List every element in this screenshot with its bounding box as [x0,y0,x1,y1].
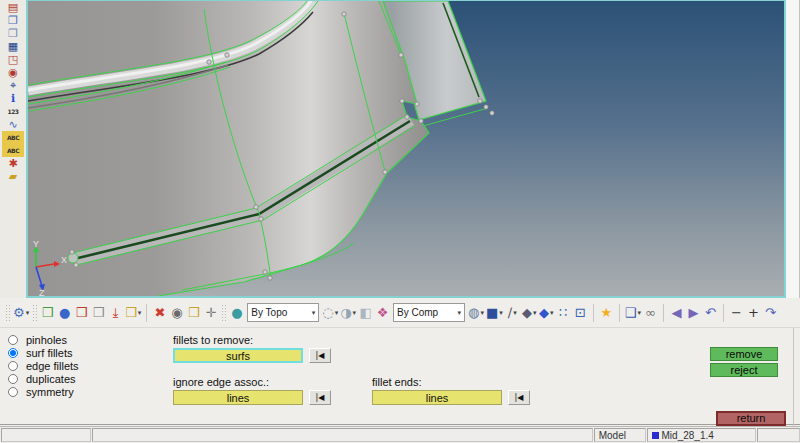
info-icon[interactable]: ℹ [2,92,24,105]
radio-pinholes[interactable] [8,335,18,345]
fit-view-icon-button[interactable]: ↷ [762,303,779,323]
fit-view-icon: ↷ [765,304,776,322]
measure-icon-button[interactable]: ✛ [202,303,219,323]
element-edges-icon-button[interactable]: ∕▾ [504,303,521,323]
radio-symmetry[interactable] [8,387,18,397]
toolbar-grip[interactable] [32,304,37,322]
save-model-icon-button[interactable]: ● [56,303,73,323]
triad-z-label: Z [39,288,45,296]
options-icon-button[interactable]: ⚙▾ [12,303,30,323]
zoom-out-icon: − [731,304,742,322]
organize-icon-button[interactable]: ❒▾ [124,303,142,323]
shaded-solid-icon-button[interactable]: ◆▾ [538,303,555,323]
numbers-icon[interactable]: 123 [2,105,24,118]
zoom-in-icon: + [748,304,759,322]
full-screen-icon-button[interactable]: ⊡ [572,303,589,323]
toolbar-grip[interactable] [5,304,10,322]
shaded-geometry-icon-button[interactable]: ◑▾ [339,303,357,323]
remove-button[interactable]: remove [710,347,778,361]
element-color-icon-button[interactable]: ❖ [374,303,391,323]
zoom-in-icon-button[interactable]: + [745,303,762,323]
chevron-down-icon: ▾ [480,304,484,322]
fillets-to-remove-field[interactable]: surfs [173,348,303,363]
wireframe-geometry-icon-button[interactable]: ◌▾ [321,303,339,323]
feature-angle-icon-button[interactable]: ◆▾ [521,303,538,323]
ignore-edge-assoc-field[interactable]: lines [173,390,303,405]
geometry-color-icon-button[interactable]: ● [228,303,245,323]
chevron-down-icon: ▾ [26,304,30,322]
multi-window-icon-button[interactable]: ∷ [555,303,572,323]
open-model-icon: ❒ [42,304,54,322]
plot-curves-icon[interactable]: ∿ [2,118,24,131]
element-edges-icon: ∕ [508,304,512,322]
element-color-mode-select-value: By Comp [397,307,438,318]
fillet-ends-switch[interactable]: |◀ [508,390,530,405]
full-screen-icon: ⊡ [575,304,586,322]
save-model-icon: ● [59,304,70,322]
mask-icon[interactable]: ❐ [2,14,24,27]
radio-label-edge-fillets: edge fillets [26,360,79,372]
fillets-to-remove-switch[interactable]: |◀ [309,348,331,363]
find-entities-icon[interactable]: ⌖ [2,79,24,92]
unmask-icon[interactable]: ❐ [2,27,24,40]
chevron-down-icon: ▾ [312,309,316,317]
entities-icon-button[interactable]: ◉ [168,303,185,323]
import-icon-button[interactable]: ❒ [73,303,90,323]
radio-duplicates[interactable] [8,374,18,384]
toolbar-grip[interactable] [221,304,226,322]
model-scene: Y X Z [28,1,784,296]
load-results-icon: ⤓ [113,304,119,322]
text-notes-icon[interactable]: ABC [2,144,24,157]
link-views-icon-button[interactable]: ∞ [642,303,659,323]
load-results-icon-button[interactable]: ⤓ [107,303,124,323]
return-button[interactable]: return [716,411,786,426]
fillet-ends-field[interactable]: lines [372,390,502,405]
defeature-options: pinholessurf filletsedge filletsduplicat… [8,333,79,398]
import-icon: ❒ [76,304,88,322]
collectors-icon-button[interactable]: ❒ [185,303,202,323]
tags-icon[interactable]: ✱ [2,157,24,170]
status-cell-text: Model [599,430,626,441]
shaded-elements-icon: ■ [486,304,498,322]
delete-icon-button[interactable]: ✖ [151,303,168,323]
previous-view-icon-button[interactable]: ◀ [668,303,685,323]
status-cell-text: Mid_28_1.4 [662,430,714,441]
status-cell-empty-4 [757,428,800,442]
open-model-icon-button[interactable]: ❒ [39,303,56,323]
radio-option-surf-fillets[interactable]: surf fillets [8,346,79,359]
radio-option-duplicates[interactable]: duplicates [8,372,79,385]
zoom-out-icon-button[interactable]: − [728,303,745,323]
geometry-color-mode-select[interactable]: By Topo▾ [247,303,319,322]
toolbar-separator [619,304,620,322]
toolbar-separator [593,304,594,322]
wireframe-elements-icon-button[interactable]: ◍▾ [467,303,485,323]
fillet-ends-label: fillet ends: [372,376,530,389]
chevron-down-icon: ▾ [138,304,142,322]
ignore-edge-assoc-switch[interactable]: |◀ [309,390,331,405]
shaded-elements-icon-button[interactable]: ■▾ [485,303,504,323]
shaded-surface-icon[interactable]: ▰ [2,170,24,183]
export-icon-button[interactable]: ❒ [90,303,107,323]
mesh-display-icon[interactable]: ▦ [2,40,24,53]
delete-icon: ✖ [154,304,165,322]
3d-viewport[interactable]: Y X Z [26,0,786,298]
transparent-geometry-icon-button[interactable]: ◧ [357,303,374,323]
view-controls-icon-button[interactable]: ❑▾ [624,303,642,323]
favorites-icon-button[interactable]: ★ [598,303,615,323]
undo-view-icon-button[interactable]: ↶ [702,303,719,323]
radio-option-symmetry[interactable]: symmetry [8,385,79,398]
radio-edge-fillets[interactable] [8,361,18,371]
component-color-swatch [652,432,659,439]
entity-display-icon[interactable]: ▤ [2,1,24,14]
text-abc-icon[interactable]: ABC [2,131,24,144]
triad-y-label: Y [33,239,39,249]
spatial-frame-icon[interactable]: ◳ [2,53,24,66]
radio-option-edge-fillets[interactable]: edge fillets [8,359,79,372]
element-color-mode-select[interactable]: By Comp▾ [393,303,465,322]
sphere-clip-icon[interactable]: ◉ [2,66,24,79]
reject-button[interactable]: reject [710,363,778,377]
undo-view-icon: ↶ [705,304,716,322]
radio-surf-fillets[interactable] [8,348,18,358]
radio-option-pinholes[interactable]: pinholes [8,333,79,346]
next-view-icon-button[interactable]: ▶ [685,303,702,323]
